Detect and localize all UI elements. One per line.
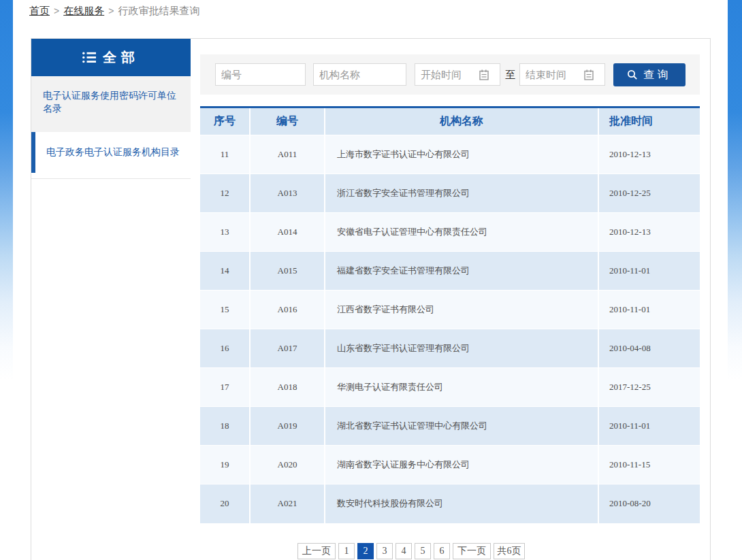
sidebar-header-label: 全部 — [103, 48, 140, 67]
page-button-3[interactable]: 3 — [376, 543, 393, 559]
calendar-icon[interactable] — [584, 69, 594, 80]
header-seq: 序号 — [200, 108, 250, 135]
cell-seq: 12 — [200, 174, 250, 213]
cell-date: 2010-11-01 — [598, 252, 700, 291]
cell-seq: 16 — [200, 329, 250, 368]
breadcrumb-online-services[interactable]: 在线服务 — [63, 5, 104, 16]
page-button-2[interactable]: 2 — [357, 543, 374, 559]
code-input[interactable] — [215, 63, 306, 86]
table-row: 18A019湖北省数字证书认证管理中心有限公司2010-11-01 — [200, 407, 700, 446]
cell-name: 上海市数字证书认证中心有限公司 — [325, 135, 598, 174]
cell-seq: 17 — [200, 368, 250, 407]
list-icon — [82, 52, 96, 63]
table-row: 14A015福建省数字安全证书管理有限公司2010-11-01 — [200, 252, 700, 291]
cell-seq: 19 — [200, 446, 250, 484]
table-row: 19A020湖南省数字认证服务中心有限公司2010-11-15 — [200, 446, 700, 484]
breadcrumb-current: 行政审批结果查询 — [118, 5, 199, 16]
cell-code: A020 — [250, 446, 325, 484]
table-row: 20A021数安时代科技股份有限公司2010-08-20 — [200, 484, 700, 523]
cell-name: 湖南省数字认证服务中心有限公司 — [325, 446, 598, 484]
table-row: 17A018华测电子认证有限责任公司2017-12-25 — [200, 368, 700, 407]
page-button-5[interactable]: 5 — [415, 543, 431, 559]
start-date-field — [415, 63, 500, 86]
calendar-icon[interactable] — [479, 69, 489, 80]
header-approval-date: 批准时间 — [598, 108, 700, 135]
cell-date: 2010-08-20 — [598, 484, 700, 523]
page-content: 首页>在线服务>行政审批结果查询 全部 电子认证服务使用密码许可单位名录 电子政… — [13, 0, 728, 560]
cell-code: A019 — [250, 407, 325, 446]
cell-name: 湖北省数字证书认证管理中心有限公司 — [325, 407, 598, 446]
cell-date: 2010-12-13 — [598, 213, 700, 252]
cell-seq: 15 — [200, 291, 250, 329]
search-button[interactable]: 查询 — [613, 63, 685, 86]
table-body: 11A011上海市数字证书认证中心有限公司2010-12-1312A013浙江省… — [200, 135, 700, 523]
next-page-button[interactable]: 下一页 — [453, 543, 491, 559]
cell-seq: 13 — [200, 213, 250, 252]
cell-date: 2010-11-15 — [598, 446, 700, 484]
cell-date: 2017-12-25 — [598, 368, 700, 407]
end-date-field — [519, 63, 605, 86]
cell-name: 浙江省数字安全证书管理有限公司 — [325, 174, 598, 213]
breadcrumb-separator: > — [108, 5, 114, 16]
sidebar-item-label: 电子政务电子认证服务机构目录 — [46, 146, 180, 159]
sidebar-menu-end — [31, 173, 191, 179]
cell-code: A013 — [250, 174, 325, 213]
search-button-label: 查询 — [643, 68, 672, 82]
cell-seq: 18 — [200, 407, 250, 446]
page-button-4[interactable]: 4 — [396, 543, 412, 559]
table-row: 16A017山东省数字证书认证管理有限公司2010-04-08 — [200, 329, 700, 368]
table-row: 15A016江西省数字证书有限公司2010-11-01 — [200, 291, 700, 329]
table-row: 11A011上海市数字证书认证中心有限公司2010-12-13 — [200, 135, 700, 174]
table-row: 12A013浙江省数字安全证书管理有限公司2010-12-25 — [200, 174, 700, 213]
active-item-bar — [31, 132, 35, 173]
main-panel: 全部 电子认证服务使用密码许可单位名录 电子政务电子认证服务机构目录 — [31, 38, 711, 560]
cell-name: 数安时代科技股份有限公司 — [325, 484, 598, 523]
breadcrumb: 首页>在线服务>行政审批结果查询 — [29, 5, 199, 18]
search-icon — [627, 69, 638, 80]
cell-code: A015 — [250, 252, 325, 291]
cell-code: A011 — [250, 135, 325, 174]
table-row: 13A014安徽省电子认证管理中心有限责任公司2010-12-13 — [200, 213, 700, 252]
sidebar-item-password-license-directory[interactable]: 电子认证服务使用密码许可单位名录 — [31, 76, 191, 132]
date-range-connector: 至 — [505, 69, 515, 82]
cell-date: 2010-04-08 — [598, 329, 700, 368]
cell-code: A014 — [250, 213, 325, 252]
cell-seq: 20 — [200, 484, 250, 523]
breadcrumb-separator: > — [54, 5, 59, 16]
cell-seq: 14 — [200, 252, 250, 291]
cell-name: 福建省数字安全证书管理有限公司 — [325, 252, 598, 291]
cell-code: A016 — [250, 291, 325, 329]
sidebar-header: 全部 — [31, 39, 191, 76]
header-org-name: 机构名称 — [325, 108, 598, 135]
cell-code: A017 — [250, 329, 325, 368]
cell-date: 2010-12-25 — [598, 174, 700, 213]
sidebar: 全部 电子认证服务使用密码许可单位名录 电子政务电子认证服务机构目录 — [31, 39, 191, 179]
org-name-input[interactable] — [313, 63, 406, 86]
cell-code: A021 — [250, 484, 325, 523]
cell-name: 安徽省电子认证管理中心有限责任公司 — [325, 213, 598, 252]
search-bar: 至 查询 — [200, 54, 700, 95]
table-header-row: 序号 编号 机构名称 批准时间 — [200, 108, 700, 135]
cell-name: 华测电子认证有限责任公司 — [325, 368, 598, 407]
cell-seq: 11 — [200, 135, 250, 174]
cell-code: A018 — [250, 368, 325, 407]
cell-name: 山东省数字证书认证管理有限公司 — [325, 329, 598, 368]
sidebar-item-egov-ca-directory[interactable]: 电子政务电子认证服务机构目录 — [31, 132, 191, 173]
page-button-1[interactable]: 1 — [338, 543, 355, 559]
cell-date: 2010-12-13 — [598, 135, 700, 174]
total-pages-label: 共6页 — [494, 543, 525, 559]
cell-date: 2010-11-01 — [598, 407, 700, 446]
breadcrumb-home[interactable]: 首页 — [29, 5, 50, 16]
results-table: 序号 编号 机构名称 批准时间 11A011上海市数字证书认证中心有限公司201… — [200, 106, 700, 523]
pagination: 上一页123456下一页共6页 — [297, 543, 525, 559]
cell-date: 2010-11-01 — [598, 291, 700, 329]
header-code: 编号 — [250, 108, 325, 135]
cell-name: 江西省数字证书有限公司 — [325, 291, 598, 329]
page-button-6[interactable]: 6 — [434, 543, 450, 559]
prev-page-button[interactable]: 上一页 — [297, 543, 336, 559]
